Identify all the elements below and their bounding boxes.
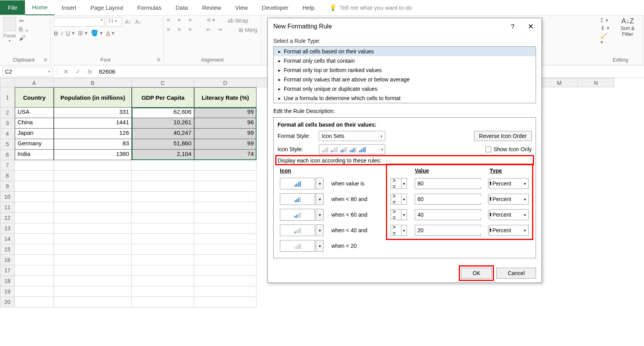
wrap-text-button[interactable]: abWrap: [228, 17, 248, 24]
reverse-icon-order-button[interactable]: Reverse Icon Order: [474, 131, 532, 141]
rule-type-item[interactable]: ►Use a formula to determine which cells …: [274, 94, 536, 103]
cell-D16[interactable]: [194, 255, 257, 265]
cell-A5[interactable]: Germany: [15, 139, 54, 150]
cell-B16[interactable]: [54, 255, 132, 265]
cell-B18[interactable]: [54, 276, 132, 286]
row-header-3[interactable]: 3: [0, 118, 15, 129]
cell-D18[interactable]: [194, 276, 257, 286]
tab-insert[interactable]: Insert: [55, 0, 83, 15]
rule-icon-dropdown[interactable]: ▾: [316, 240, 324, 252]
sort-filter-button[interactable]: Sort & Filter: [615, 25, 640, 37]
cell-D1[interactable]: Literacy Rate (%): [194, 87, 257, 108]
row-header-17[interactable]: 17: [0, 265, 15, 276]
cell-C1[interactable]: GDP Per Capita: [132, 87, 194, 108]
row-header-13[interactable]: 13: [0, 223, 15, 234]
row-header-12[interactable]: 12: [0, 213, 15, 223]
rule-type-select[interactable]: Percent▾: [490, 225, 529, 236]
rule-type-item[interactable]: ►Format only unique or duplicate values: [274, 84, 536, 94]
rule-icon-select[interactable]: [280, 240, 315, 252]
cell-C12[interactable]: [132, 213, 194, 223]
cell-A20[interactable]: [15, 297, 54, 307]
cell-A13[interactable]: [15, 223, 54, 234]
cell-C17[interactable]: [132, 265, 194, 276]
cell-D15[interactable]: [194, 244, 257, 255]
cell-C7[interactable]: [132, 160, 194, 171]
align-left-icon[interactable]: ≡: [167, 26, 175, 34]
clipboard-launcher-icon[interactable]: ⧉: [44, 57, 47, 62]
cell-A8[interactable]: [15, 171, 54, 181]
cancel-button[interactable]: Cancel: [496, 268, 536, 279]
cell-C19[interactable]: [132, 286, 194, 297]
increase-indent-icon[interactable]: ⇥: [218, 26, 226, 34]
cell-B15[interactable]: [54, 244, 132, 255]
row-header-7[interactable]: 7: [0, 160, 15, 171]
cell-A9[interactable]: [15, 181, 54, 192]
tab-file[interactable]: File: [0, 0, 25, 15]
range-picker-icon[interactable]: ⬆: [488, 210, 492, 220]
row-header-1[interactable]: 1: [0, 87, 15, 108]
rule-icon-dropdown[interactable]: ▾: [316, 178, 324, 189]
cell-B20[interactable]: [54, 297, 132, 307]
tab-developer[interactable]: Developer: [255, 0, 295, 15]
col-header-D[interactable]: D: [194, 78, 257, 87]
range-picker-icon[interactable]: ⬆: [488, 194, 492, 204]
insert-function-icon[interactable]: fx: [85, 69, 94, 75]
orientation-icon[interactable]: ⟲ ▾: [207, 17, 215, 24]
show-icon-only-checkbox[interactable]: Show Icon Only: [485, 146, 532, 152]
cell-D20[interactable]: [194, 297, 257, 307]
row-header-10[interactable]: 10: [0, 192, 15, 202]
cell-A2[interactable]: USA: [15, 108, 54, 118]
cell-B7[interactable]: [54, 160, 132, 171]
format-style-select[interactable]: Icon Sets▾: [319, 131, 385, 141]
cell-B11[interactable]: [54, 202, 132, 213]
cell-B13[interactable]: [54, 223, 132, 234]
cell-B4[interactable]: 126: [54, 129, 132, 139]
italic-button[interactable]: I: [61, 30, 63, 37]
tab-view[interactable]: View: [228, 0, 255, 15]
tab-home[interactable]: Home: [25, 0, 55, 15]
rule-operator-select[interactable]: > =▾: [391, 178, 407, 189]
col-header-N[interactable]: N: [578, 78, 614, 87]
rule-value-input[interactable]: ⬆: [415, 225, 481, 236]
cancel-formula-icon[interactable]: ✕: [61, 68, 71, 75]
cell-D19[interactable]: [194, 286, 257, 297]
cell-B1[interactable]: Population (in millions): [54, 87, 132, 108]
rule-icon-select[interactable]: [280, 209, 315, 221]
cell-D2[interactable]: 99: [194, 108, 257, 118]
cell-D8[interactable]: [194, 171, 257, 181]
row-header-2[interactable]: 2: [0, 108, 15, 118]
rule-type-select[interactable]: Percent▾: [490, 209, 529, 220]
cell-D9[interactable]: [194, 181, 257, 192]
align-right-icon[interactable]: ≡: [189, 26, 197, 34]
align-middle-icon[interactable]: ≡: [178, 17, 186, 24]
cell-D12[interactable]: [194, 213, 257, 223]
cell-D5[interactable]: 99: [194, 139, 257, 150]
cell-B2[interactable]: 331: [54, 108, 132, 118]
rule-operator-select[interactable]: > =▾: [391, 209, 407, 220]
cell-C8[interactable]: [132, 171, 194, 181]
rule-type-item[interactable]: ►Format only cells that contain: [274, 56, 536, 65]
cell-D10[interactable]: [194, 192, 257, 202]
font-size-select[interactable]: 11 ▾: [106, 17, 122, 26]
cell-B3[interactable]: 1441: [54, 118, 132, 129]
cell-A11[interactable]: [15, 202, 54, 213]
row-header-18[interactable]: 18: [0, 276, 15, 286]
cell-B12[interactable]: [54, 213, 132, 223]
tab-review[interactable]: Review: [195, 0, 228, 15]
font-color-button[interactable]: A ▾: [106, 30, 114, 37]
align-bottom-icon[interactable]: ≡: [189, 17, 197, 24]
icon-style-select[interactable]: ▾: [319, 144, 385, 154]
autosum-icon[interactable]: Σ ▾: [600, 17, 611, 23]
underline-button[interactable]: U ▾: [66, 30, 75, 37]
row-header-20[interactable]: 20: [0, 297, 15, 307]
col-header-A[interactable]: A: [15, 78, 54, 87]
tab-data[interactable]: Data: [168, 0, 195, 15]
cell-A3[interactable]: China: [15, 118, 54, 129]
rule-type-item[interactable]: ►Format all cells based on their values: [274, 47, 536, 56]
clear-icon[interactable]: 🧹 ▾: [600, 33, 611, 45]
bold-button[interactable]: B: [54, 30, 58, 37]
fill-icon[interactable]: ⬇ ▾: [600, 25, 611, 31]
rule-icon-select[interactable]: [280, 193, 315, 205]
cell-A6[interactable]: India: [15, 150, 54, 160]
col-header-M[interactable]: M: [541, 78, 578, 87]
